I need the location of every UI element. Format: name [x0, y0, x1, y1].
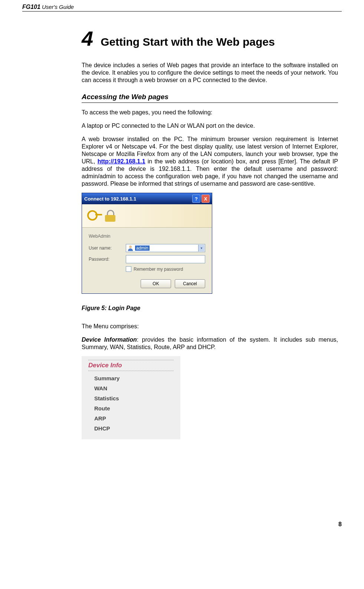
device-info-paragraph: Device Information: provides the basic i… — [82, 336, 338, 351]
header-title: User's Guide — [42, 4, 74, 10]
dialog-title: Connect to 192.168.1.1 — [84, 196, 136, 202]
menu-item-statistics[interactable]: Statistics — [88, 393, 174, 403]
realm-label: WebAdmin — [89, 234, 205, 239]
section-heading: Accessing the Web pages — [82, 93, 338, 103]
chapter-number: 4 — [82, 26, 93, 51]
cancel-button[interactable]: Cancel — [175, 279, 205, 288]
access-p2: A laptop or PC connected to the LAN or W… — [82, 122, 338, 130]
page-number: 8 — [0, 454, 364, 528]
remember-label: Remember my password — [134, 267, 183, 272]
user-icon — [128, 245, 134, 251]
lock-icon — [105, 210, 115, 222]
login-dialog: Connect to 192.168.1.1 ? X WebAdmin — [82, 193, 212, 294]
close-icon[interactable]: X — [201, 195, 210, 203]
device-info-menu: Device Info Summary WAN Statistics Route… — [82, 356, 180, 439]
ok-button[interactable]: OK — [141, 279, 171, 288]
username-field[interactable]: admin ▼ — [126, 244, 205, 252]
doc-header: FG101 User's Guide — [22, 4, 342, 12]
intro-paragraph: The device includes a series of Web page… — [82, 62, 338, 84]
menu-intro: The Menu comprises: — [82, 323, 338, 330]
menu-item-arp[interactable]: ARP — [88, 413, 174, 423]
remember-checkbox[interactable] — [126, 266, 131, 272]
menu-item-dhcp[interactable]: DHCP — [88, 423, 174, 433]
menu-title[interactable]: Device Info — [88, 360, 174, 371]
help-icon[interactable]: ? — [192, 195, 200, 203]
chapter-title: 4 Getting Start with the Web pages — [82, 26, 338, 51]
dialog-titlebar: Connect to 192.168.1.1 ? X — [82, 193, 212, 204]
dialog-banner — [82, 204, 212, 228]
access-p1: To access the web pages, you need the fo… — [82, 109, 338, 116]
password-field[interactable] — [126, 255, 205, 263]
device-info-label: Device Information — [82, 336, 137, 343]
config-url-link[interactable]: http://192.168.1.1 — [98, 158, 145, 165]
figure-caption: Figure 5: Login Page — [82, 305, 338, 312]
chevron-down-icon[interactable]: ▼ — [198, 245, 204, 251]
header-brand: FG101 — [22, 4, 40, 10]
username-label: User name: — [89, 245, 126, 251]
menu-item-wan[interactable]: WAN — [88, 383, 174, 393]
username-value: admin — [135, 245, 150, 251]
keys-icon — [87, 208, 103, 224]
chapter-heading: Getting Start with the Web pages — [101, 36, 275, 48]
password-label: Password: — [89, 257, 126, 262]
access-p3: A web browser installed on the PC. The m… — [82, 136, 338, 188]
menu-item-route[interactable]: Route — [88, 403, 174, 413]
menu-item-summary[interactable]: Summary — [88, 373, 174, 383]
